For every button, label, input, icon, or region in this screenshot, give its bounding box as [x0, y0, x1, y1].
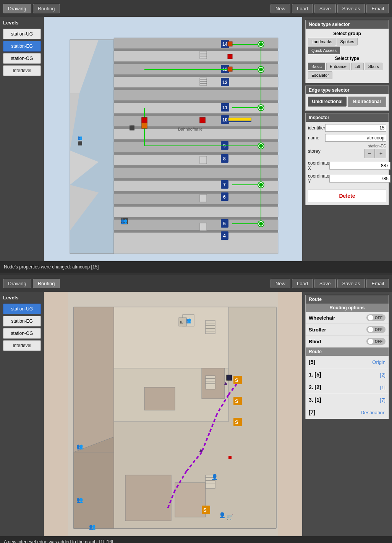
bottom-sidebar: Levels station-UG station-EG station-OG …: [0, 292, 44, 536]
svg-rect-17: [114, 113, 278, 116]
node-type-selector-inner: Select group Landmarks Spokes Quick Acce…: [306, 29, 389, 83]
svg-rect-21: [114, 139, 278, 142]
route-label-3: [7]: [380, 397, 386, 403]
inspector-section: Inspector identifier name storey station…: [305, 113, 389, 205]
edge-type-buttons: Unidirectional Bidirectional: [308, 97, 386, 107]
svg-text:👥: 👥: [76, 497, 83, 503]
svg-rect-7: [114, 48, 278, 51]
svg-rect-32: [114, 207, 278, 217]
route-node-2-2: 2. [2]: [309, 384, 321, 390]
stroller-toggle-circle: [368, 327, 373, 332]
save-button-bottom[interactable]: Save: [314, 279, 336, 288]
tab-drawing-top[interactable]: Drawing: [3, 4, 31, 13]
inspector-storey-row: storey station-EG − +: [308, 144, 386, 158]
wheelchair-toggle[interactable]: OFF: [366, 314, 386, 321]
level-station-eg-bottom[interactable]: station-EG: [3, 316, 41, 326]
type-btn-basic[interactable]: Basic: [308, 63, 325, 70]
edge-type-selector-title: Edge type selector: [306, 86, 389, 94]
email-button-bottom[interactable]: Email: [366, 279, 389, 288]
edge-btn-bidirectional[interactable]: Bidirectional: [348, 97, 386, 107]
storey-increase-btn[interactable]: +: [376, 149, 386, 158]
email-button-top[interactable]: Email: [366, 4, 389, 13]
inspector-name-label: name: [308, 135, 325, 141]
top-toolbar: Drawing Routing New Load Save Save as Em…: [0, 0, 392, 17]
svg-point-76: [259, 106, 263, 110]
top-map-area[interactable]: Bahnhofhalle 14 13 12 11: [44, 17, 302, 261]
save-as-button-bottom[interactable]: Save as: [337, 279, 365, 288]
svg-rect-23: [114, 152, 278, 155]
svg-rect-26: [114, 168, 278, 178]
delete-button[interactable]: Delete: [308, 189, 386, 202]
bottom-toolbar: Drawing Routing New Load Save Save as Em…: [0, 275, 392, 292]
svg-rect-30: [114, 194, 278, 204]
route-item-origin: [5] Origin: [306, 356, 389, 368]
wheelchair-toggle-value: OFF: [375, 316, 382, 320]
stroller-label: Stroller: [309, 327, 366, 333]
inspector-coordx-input[interactable]: [329, 162, 390, 170]
level-interlevel-bottom[interactable]: Interlevel: [3, 340, 41, 351]
svg-text:14: 14: [222, 42, 228, 47]
svg-text:8: 8: [223, 156, 226, 162]
type-btn-lift[interactable]: Lift: [351, 63, 364, 70]
type-btn-escalator[interactable]: Escalator: [308, 71, 332, 79]
inspector-coordx-row: coordinate X: [308, 160, 386, 171]
bottom-map-area[interactable]: 👥 ⊞ 👥 👥 👥 👤 👤: [44, 292, 302, 536]
level-interlevel-top[interactable]: Interlevel: [3, 65, 41, 76]
bottom-main-area: Levels station-UG station-EG station-OG …: [0, 292, 392, 536]
tab-routing-bottom[interactable]: Routing: [33, 279, 60, 288]
group-btn-landmarks[interactable]: Landmarks: [308, 38, 335, 45]
edge-type-selector-inner: Unidirectional Bidirectional: [306, 94, 389, 110]
svg-text:⬛: ⬛: [78, 141, 83, 146]
svg-rect-29: [114, 191, 278, 194]
group-btn-quick-access[interactable]: Quick Access: [308, 47, 340, 54]
svg-text:⊞: ⊞: [180, 320, 183, 324]
svg-rect-155: [227, 375, 232, 380]
tab-routing-top[interactable]: Routing: [33, 4, 60, 13]
inspector-coordy-input[interactable]: [329, 175, 390, 183]
save-as-button-top[interactable]: Save as: [337, 4, 365, 13]
svg-text:10: 10: [222, 117, 228, 123]
svg-text:S: S: [235, 398, 238, 404]
edge-btn-unidirectional[interactable]: Unidirectional: [308, 97, 347, 107]
svg-rect-12: [114, 77, 278, 87]
svg-text:Bahnhofhalle: Bahnhofhalle: [178, 127, 202, 131]
svg-rect-87: [142, 123, 147, 128]
group-buttons: Landmarks Spokes Quick Access: [308, 38, 386, 54]
save-button-top[interactable]: Save: [314, 4, 336, 13]
level-station-ug-top[interactable]: station-UG: [3, 29, 41, 39]
top-main-area: Levels station-UG station-EG station-OG …: [0, 17, 392, 261]
svg-rect-25: [114, 165, 278, 168]
svg-text:12: 12: [222, 80, 228, 85]
stroller-toggle[interactable]: OFF: [366, 326, 386, 333]
svg-rect-103: [228, 118, 251, 121]
group-btn-spokes[interactable]: Spokes: [337, 38, 358, 45]
inspector-coordx-label: coordinate X: [308, 160, 329, 171]
stroller-option-row: Stroller OFF: [306, 324, 389, 336]
svg-rect-35: [114, 230, 278, 233]
storey-decrease-btn[interactable]: −: [364, 149, 375, 158]
level-station-ug-bottom[interactable]: station-UG: [3, 304, 41, 314]
svg-rect-13: [114, 87, 278, 90]
tab-drawing-bottom[interactable]: Drawing: [3, 279, 31, 288]
svg-rect-113: [74, 452, 114, 528]
type-btn-stairs[interactable]: Stairs: [365, 63, 382, 70]
inspector-name-input[interactable]: [325, 134, 386, 142]
load-button-bottom[interactable]: Load: [292, 279, 313, 288]
svg-text:6: 6: [223, 194, 226, 200]
load-button-top[interactable]: Load: [292, 4, 313, 13]
inspector-identifier-input[interactable]: [325, 124, 386, 132]
svg-rect-31: [114, 204, 278, 207]
svg-rect-8: [114, 51, 278, 61]
level-station-og-bottom[interactable]: station-OG: [3, 328, 41, 339]
new-button-bottom[interactable]: New: [271, 279, 290, 288]
blind-toggle[interactable]: OFF: [366, 338, 386, 345]
blind-label: Blind: [309, 339, 366, 344]
top-sidebar: Levels station-UG station-EG station-OG …: [0, 17, 44, 261]
type-btn-entrance[interactable]: Entrance: [326, 63, 350, 70]
svg-text:4: 4: [223, 233, 226, 239]
level-station-eg-top[interactable]: station-EG: [3, 41, 41, 52]
stroller-toggle-value: OFF: [375, 328, 382, 332]
svg-rect-83: [228, 42, 232, 46]
level-station-og-top[interactable]: station-OG: [3, 53, 41, 64]
new-button-top[interactable]: New: [271, 4, 290, 13]
